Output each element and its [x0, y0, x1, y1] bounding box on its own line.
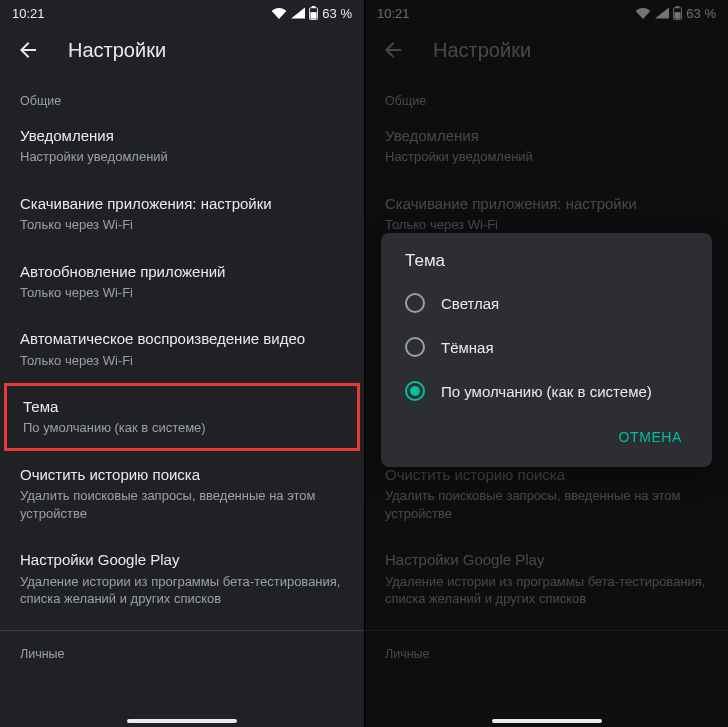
signal-icon [291, 7, 305, 19]
item-sub: Только через Wi-Fi [20, 216, 344, 234]
item-clear-search[interactable]: Очистить историю поиска Удалить поисковы… [0, 451, 364, 536]
battery-icon [309, 6, 318, 20]
svg-rect-1 [312, 6, 316, 8]
item-sub: Только через Wi-Fi [20, 352, 344, 370]
section-personal: Личные [0, 639, 364, 665]
radio-icon [405, 381, 425, 401]
item-theme[interactable]: Тема По умолчанию (как в системе) [4, 383, 360, 451]
item-title: Скачивание приложения: настройки [20, 194, 344, 214]
nav-handle[interactable] [127, 719, 237, 723]
theme-dialog: Тема Светлая Тёмная По умолчанию (как в … [381, 233, 712, 467]
item-title: Тема [23, 397, 341, 417]
item-title: Очистить историю поиска [20, 465, 344, 485]
theme-option-light[interactable]: Светлая [389, 281, 704, 325]
item-title: Настройки Google Play [20, 550, 344, 570]
item-title: Автоматическое воспроизведение видео [20, 329, 344, 349]
clock: 10:21 [12, 6, 45, 21]
wifi-icon [271, 7, 287, 19]
dialog-title: Тема [389, 251, 704, 281]
app-header: Настройки [0, 24, 364, 76]
theme-option-default[interactable]: По умолчанию (как в системе) [389, 369, 704, 413]
cancel-button[interactable]: ОТМЕНА [607, 421, 695, 453]
svg-rect-2 [311, 12, 317, 19]
status-icons: 63 % [271, 6, 352, 21]
item-title: Уведомления [20, 126, 344, 146]
header-title: Настройки [68, 39, 166, 62]
back-arrow-icon[interactable] [16, 38, 40, 62]
divider [0, 630, 364, 631]
item-sub: По умолчанию (как в системе) [23, 419, 341, 437]
radio-icon [405, 337, 425, 357]
item-title: Автообновление приложений [20, 262, 344, 282]
item-sub: Удаление истории из программы бета-тести… [20, 573, 344, 608]
item-sub: Удалить поисковые запросы, введенные на … [20, 487, 344, 522]
section-general: Общие [0, 76, 364, 112]
item-download[interactable]: Скачивание приложения: настройки Только … [0, 180, 364, 248]
option-label: Тёмная [441, 339, 494, 356]
nav-handle[interactable] [492, 719, 602, 723]
screenshot-right: 10:21 63 % Настройки Общие Уведомления Н… [364, 0, 728, 727]
radio-icon [405, 293, 425, 313]
statusbar: 10:21 63 % [0, 0, 364, 24]
item-autoupdate[interactable]: Автообновление приложений Только через W… [0, 248, 364, 316]
item-sub: Настройки уведомлений [20, 148, 344, 166]
screenshot-left: 10:21 63 % Настройки Общие Уведомления Н… [0, 0, 364, 727]
option-label: Светлая [441, 295, 499, 312]
option-label: По умолчанию (как в системе) [441, 383, 652, 400]
theme-option-dark[interactable]: Тёмная [389, 325, 704, 369]
settings-list: Уведомления Настройки уведомлений Скачив… [0, 112, 364, 665]
item-notifications[interactable]: Уведомления Настройки уведомлений [0, 112, 364, 180]
item-play-settings[interactable]: Настройки Google Play Удаление истории и… [0, 536, 364, 621]
item-autoplay[interactable]: Автоматическое воспроизведение видео Тол… [0, 315, 364, 383]
battery-percent: 63 % [322, 6, 352, 21]
dialog-actions: ОТМЕНА [389, 413, 704, 459]
item-sub: Только через Wi-Fi [20, 284, 344, 302]
